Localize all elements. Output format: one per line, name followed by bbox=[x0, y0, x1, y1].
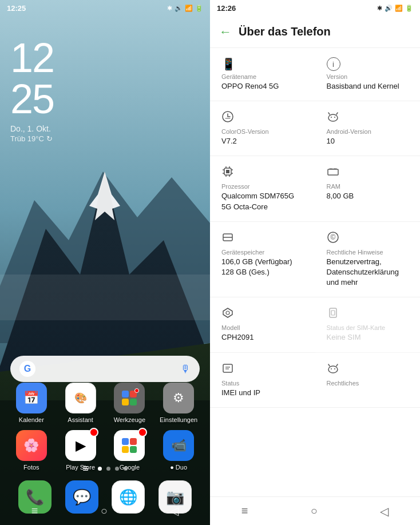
kalender-icon: 📅 bbox=[16, 383, 47, 413]
coloros-value: V7.2 bbox=[221, 136, 304, 146]
speicher-label: Gerätespeicher bbox=[221, 249, 304, 256]
app-kalender[interactable]: 📅 Kalender bbox=[11, 383, 51, 423]
svg-marker-32 bbox=[223, 308, 232, 317]
svg-point-12 bbox=[334, 117, 335, 118]
rechtliche-value: Benutzervertrag, Datenschutzerklärung un… bbox=[327, 257, 409, 288]
einstellungen-label: Einstellungen bbox=[160, 416, 197, 423]
svg-point-39 bbox=[328, 366, 338, 373]
right-time: 12:26 bbox=[217, 4, 236, 13]
settings-item-rechtliche[interactable]: © Rechtliche Hinweise Benutzervertrag, D… bbox=[315, 222, 421, 298]
settings-item-sim[interactable]: Status der SIM-Karte Keine SIM bbox=[315, 297, 421, 352]
settings-item-version[interactable]: i Version Basisband und Kernel bbox=[315, 48, 421, 101]
svg-line-10 bbox=[336, 113, 338, 114]
werkzeuge-label: Werkzeuge bbox=[114, 416, 145, 423]
prozessor-value: Qualcomm SDM765G 5G Octa-Core bbox=[221, 191, 304, 212]
fotos-icon: 🌸 bbox=[16, 430, 47, 461]
android-value: 10 bbox=[327, 136, 409, 146]
app-assistant[interactable]: 🎨 Assistant bbox=[61, 383, 101, 423]
clock-date: Do., 1. Okt. bbox=[10, 124, 54, 133]
svg-rect-23 bbox=[328, 169, 338, 175]
speicher-icon bbox=[221, 231, 304, 246]
dot-4 bbox=[124, 467, 128, 471]
sim-label: Status der SIM-Karte bbox=[327, 324, 409, 331]
app-werkzeuge[interactable]: Werkzeuge bbox=[109, 383, 149, 423]
bluetooth-icon: ✱ bbox=[167, 5, 172, 12]
einstellungen-icon: ⚙ bbox=[163, 383, 194, 413]
back-button[interactable]: ← bbox=[219, 25, 232, 39]
settings-item-android[interactable]: Android-Version 10 bbox=[315, 101, 421, 156]
sim-icon bbox=[327, 307, 409, 322]
svg-point-43 bbox=[334, 368, 335, 369]
svg-rect-36 bbox=[223, 364, 232, 372]
version-value: Basisband und Kernel bbox=[327, 81, 409, 92]
settings-item-modell[interactable]: Modell CPH2091 bbox=[210, 297, 315, 352]
volume-icon: 🔊 bbox=[175, 5, 183, 12]
svg-point-8 bbox=[328, 114, 338, 121]
page-title: Über das Telefon bbox=[239, 25, 331, 38]
rechtliches-label: Rechtliches bbox=[327, 380, 409, 387]
speicher-value: 106,0 GB (Verfügbar)128 GB (Ges.) bbox=[221, 257, 304, 277]
version-label: Version bbox=[327, 73, 409, 80]
right-nav-home[interactable]: ○ bbox=[311, 504, 318, 518]
duo-icon: 📹 bbox=[163, 430, 194, 461]
right-status-icons: ✱ 🔊 📶 🔋 bbox=[377, 5, 413, 12]
settings-item-coloros[interactable]: ColorOS-Version V7.2 bbox=[210, 101, 315, 156]
right-bottom-nav: ≡ ○ ◁ bbox=[210, 496, 420, 525]
status-label: Status bbox=[221, 380, 304, 387]
left-nav-back[interactable]: ◁ bbox=[170, 504, 179, 518]
werkzeuge-icon bbox=[114, 383, 145, 413]
right-nav-menu[interactable]: ≡ bbox=[241, 504, 248, 518]
settings-grid: 📱 Gerätename OPPO Reno4 5G i Version Bas… bbox=[210, 48, 420, 408]
clock-hour: 12 bbox=[10, 37, 54, 78]
ram-value: 8,00 GB bbox=[327, 191, 409, 201]
svg-line-40 bbox=[328, 364, 330, 366]
geraetename-label: Gerätename bbox=[221, 73, 304, 80]
svg-line-9 bbox=[328, 113, 330, 114]
left-nav-home[interactable]: ○ bbox=[101, 504, 108, 518]
app-einstellungen[interactable]: ⚙ Einstellungen bbox=[159, 383, 199, 423]
prozessor-icon bbox=[221, 165, 304, 181]
modell-icon bbox=[221, 307, 304, 322]
settings-item-ram[interactable]: RAM 8,00 GB bbox=[315, 156, 421, 221]
modell-label: Modell bbox=[221, 324, 304, 331]
version-icon: i bbox=[327, 57, 340, 71]
status-value: IMEI und IP bbox=[221, 388, 304, 398]
dot-2 bbox=[106, 467, 110, 471]
left-clock: 12 25 Do., 1. Okt. Trüb 19°C ↻ bbox=[10, 37, 54, 143]
settings-item-status[interactable]: Status IMEI und IP bbox=[210, 353, 315, 408]
app-row-1: 📅 Kalender 🎨 Assistant Werkzeuge ⚙ Einst… bbox=[0, 383, 210, 423]
search-bar[interactable]: G 🎙 bbox=[10, 356, 200, 382]
coloros-icon bbox=[221, 110, 304, 126]
page-dots: ≡ bbox=[0, 463, 210, 475]
clock-minute: 25 bbox=[10, 78, 54, 120]
coloros-label: ColorOS-Version bbox=[221, 128, 304, 135]
left-bottom-nav: ≡ ○ ◁ bbox=[0, 496, 210, 525]
android-label: Android-Version bbox=[327, 128, 409, 135]
dot-3 bbox=[115, 467, 119, 471]
settings-item-speicher[interactable]: Gerätespeicher 106,0 GB (Verfügbar)128 G… bbox=[210, 222, 315, 298]
right-nav-back[interactable]: ◁ bbox=[380, 504, 389, 518]
left-status-bar: 12:25 ✱ 🔊 📶 🔋 bbox=[0, 0, 210, 16]
settings-item-rechtliches[interactable]: Rechtliches bbox=[315, 353, 421, 408]
settings-item-prozessor[interactable]: Prozessor Qualcomm SDM765G 5G Octa-Core bbox=[210, 156, 315, 221]
google-logo: G bbox=[19, 361, 35, 377]
google-icon bbox=[114, 430, 145, 461]
right-volume-icon: 🔊 bbox=[385, 5, 393, 12]
clock-weather: Trüb 19°C ↻ bbox=[10, 134, 54, 143]
sim-value: Keine SIM bbox=[327, 332, 409, 343]
svg-text:©: © bbox=[330, 233, 335, 241]
status-icon bbox=[221, 362, 304, 377]
left-nav-menu[interactable]: ≡ bbox=[31, 504, 38, 518]
svg-rect-4 bbox=[0, 275, 210, 320]
battery-icon: 🔋 bbox=[195, 5, 203, 12]
svg-point-33 bbox=[226, 311, 229, 315]
mic-icon[interactable]: 🎙 bbox=[180, 363, 191, 375]
right-battery-icon: 🔋 bbox=[405, 5, 413, 12]
rechtliche-icon: © bbox=[327, 231, 409, 246]
playstore-icon: ▶ bbox=[65, 430, 96, 461]
ram-icon bbox=[327, 165, 409, 181]
right-header: ← Über das Telefon bbox=[210, 16, 420, 48]
left-panel: 12:25 ✱ 🔊 📶 🔋 12 25 Do., 1. Okt. Trüb 19… bbox=[0, 0, 210, 525]
settings-item-geraetename[interactable]: 📱 Gerätename OPPO Reno4 5G bbox=[210, 48, 315, 101]
geraetename-value: OPPO Reno4 5G bbox=[221, 81, 304, 92]
